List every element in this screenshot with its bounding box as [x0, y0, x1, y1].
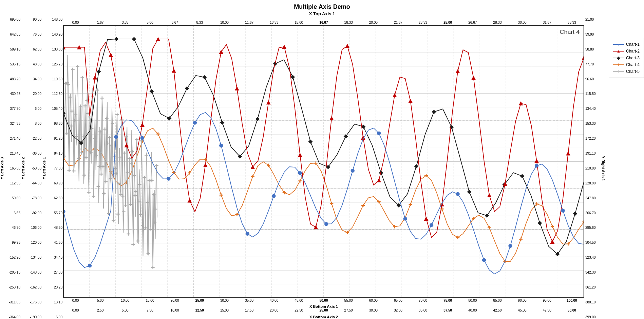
svg-marker-348 — [140, 123, 145, 127]
y-left3-title: Y Left Axis 3 — [0, 18, 4, 319]
x-bottom-axis1-title: X Bottom Axis 1 — [63, 304, 584, 308]
svg-marker-368 — [456, 69, 460, 73]
svg-marker-359 — [314, 225, 318, 229]
svg-marker-364 — [393, 93, 397, 97]
svg-point-380 — [140, 136, 144, 140]
svg-marker-370 — [487, 193, 492, 197]
svg-marker-315 — [97, 69, 101, 74]
y-left2-title: Y Left Axis 2 — [21, 18, 25, 319]
legend-item: ▲Chart-2 — [613, 49, 640, 54]
svg-marker-334 — [432, 110, 436, 114]
svg-marker-360 — [329, 116, 334, 120]
plot-svg: Chart 4 — [63, 25, 584, 298]
svg-marker-369 — [471, 76, 476, 80]
svg-marker-320 — [185, 86, 189, 91]
y-right1-labels: 21.0039.9058.8077.7096.60115.50134.40153… — [584, 18, 601, 319]
x-bottom-axis2: 0.002.505.007.5010.0012.5015.0017.5020.0… — [63, 308, 584, 315]
svg-point-390 — [403, 217, 407, 220]
legend-item: +Chart-5 — [613, 69, 640, 74]
svg-marker-347 — [125, 143, 129, 147]
svg-point-381 — [167, 177, 170, 180]
y-right1-title: Y Right Axis 1 — [601, 18, 605, 319]
main-container: Multiple Axis Demo X Top Axis 1 Y Left A… — [0, 0, 644, 319]
x-top-axis: 0.001.673.335.006.678.3310.0011.6713.331… — [63, 18, 584, 25]
y-left2-labels: 90.0076.0062.0048.0034.0020.006.00-8.00-… — [26, 18, 42, 319]
chart-center: 0.001.673.335.006.678.3310.0011.6713.331… — [63, 18, 584, 319]
y-left1-title: Y Left Axis 1 — [42, 18, 46, 319]
svg-marker-337 — [485, 214, 489, 218]
svg-marker-324 — [255, 117, 260, 121]
svg-marker-374 — [550, 240, 555, 244]
svg-marker-321 — [203, 75, 207, 79]
x-bottom-axis2-title: X Bottom Axis 2 — [63, 315, 584, 319]
svg-marker-342 — [573, 212, 577, 216]
svg-point-392 — [456, 192, 459, 196]
y-left1-labels: 148.00140.90133.80126.70119.60112.50105.… — [47, 18, 63, 319]
svg-point-393 — [482, 258, 486, 262]
svg-marker-346 — [109, 53, 113, 57]
svg-marker-329 — [344, 134, 348, 138]
svg-marker-350 — [172, 68, 176, 73]
y-left3-labels: 695.00642.05589.10536.15483.20430.25377.… — [5, 18, 21, 319]
legend-label: Chart-1 — [626, 42, 640, 47]
svg-point-396 — [561, 209, 565, 212]
svg-marker-339 — [520, 174, 525, 178]
svg-point-391 — [430, 223, 433, 227]
svg-marker-354 — [235, 86, 239, 91]
svg-point-383 — [220, 144, 223, 147]
svg-marker-322 — [220, 121, 225, 125]
svg-marker-340 — [538, 221, 542, 225]
svg-marker-375 — [566, 151, 570, 155]
svg-marker-318 — [150, 89, 154, 93]
svg-marker-352 — [203, 163, 208, 167]
svg-point-385 — [272, 194, 276, 198]
chart-title: Multiple Axis Demo — [294, 3, 350, 11]
svg-marker-351 — [187, 198, 192, 202]
svg-marker-345 — [93, 75, 97, 79]
chart-wrapper: Y Left Axis 3 695.00642.05589.10536.1548… — [0, 18, 644, 319]
legend-item: +Chart-4 — [613, 62, 640, 67]
svg-marker-333 — [414, 164, 419, 168]
svg-point-382 — [193, 121, 196, 124]
svg-marker-372 — [519, 101, 523, 105]
svg-marker-326 — [291, 75, 295, 79]
svg-marker-327 — [308, 140, 313, 144]
legend-label: Chart-4 — [626, 62, 640, 67]
svg-point-384 — [246, 232, 249, 236]
svg-marker-356 — [266, 100, 271, 104]
legend-item: ◆Chart-3 — [613, 56, 640, 60]
svg-marker-361 — [345, 44, 349, 48]
svg-marker-358 — [298, 153, 302, 157]
svg-marker-336 — [467, 190, 472, 194]
svg-marker-316 — [114, 37, 119, 41]
plot-area: Chart 4 — [63, 25, 584, 298]
svg-point-387 — [325, 222, 328, 226]
legend-panel: ●Chart-1▲Chart-2◆Chart-3+Chart-4+Chart-5 — [609, 38, 644, 78]
svg-marker-317 — [132, 37, 136, 41]
legend-label: Chart-3 — [626, 56, 640, 60]
svg-marker-365 — [408, 99, 413, 103]
svg-text:Chart 4: Chart 4 — [560, 28, 580, 35]
svg-marker-335 — [450, 125, 454, 129]
svg-point-389 — [377, 132, 381, 135]
svg-point-386 — [298, 172, 302, 175]
svg-point-388 — [351, 169, 354, 173]
x-bottom-axis1: 0.005.0010.0015.0020.0025.0030.0035.0040… — [63, 298, 584, 304]
legend-label: Chart-5 — [626, 69, 640, 74]
legend-label: Chart-2 — [626, 49, 640, 54]
svg-point-394 — [509, 244, 512, 247]
svg-point-379 — [114, 135, 118, 139]
x-top-axis-title: X Top Axis 1 — [309, 11, 335, 16]
svg-point-378 — [88, 264, 91, 267]
svg-marker-363 — [377, 178, 381, 182]
svg-point-395 — [535, 164, 538, 167]
legend-item: ●Chart-1 — [613, 42, 640, 47]
svg-marker-373 — [534, 159, 539, 163]
